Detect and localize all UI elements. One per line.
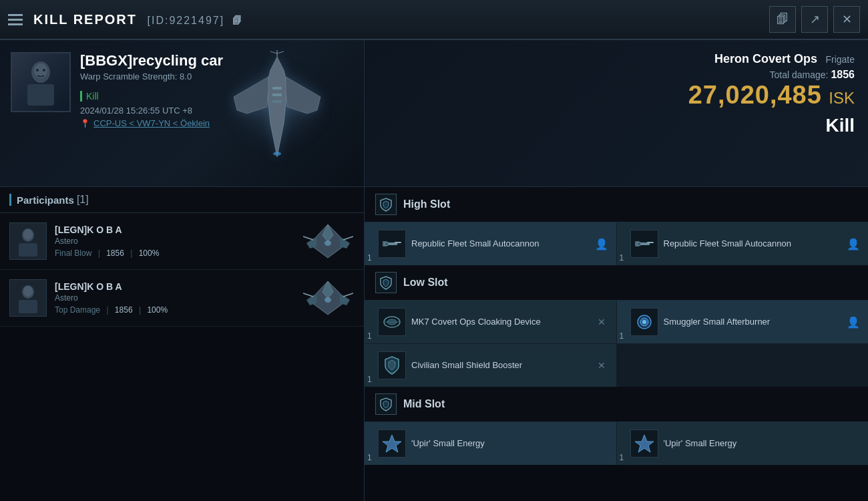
slot-item[interactable]: 1 Smuggler Small Afterburner 👤 xyxy=(617,301,869,343)
header: KILL REPORT [ID:9221497] 🗐 🗐 ↗ ✕ xyxy=(0,0,868,40)
low-slot-items: 1 MK7 Covert Ops Cloaking Device ✕ xyxy=(365,301,868,387)
ship-render xyxy=(214,50,341,164)
slot-item[interactable]: 1 Republic Fleet Small Autocannon 👤 xyxy=(617,222,869,265)
total-damage-label: Total damage: xyxy=(770,69,829,80)
slot-item-name: Civilian Small Shield Booster xyxy=(411,360,590,371)
svg-rect-14 xyxy=(19,243,37,257)
high-slot-header: High Slot xyxy=(365,187,868,222)
slot-item-person-icon[interactable]: 👤 xyxy=(595,237,608,251)
ship-stats-header: Heron Covert Ops Frigate Total damage: 1… xyxy=(365,40,868,187)
svg-point-38 xyxy=(642,320,646,324)
svg-line-23 xyxy=(343,293,353,297)
slot-item-icon xyxy=(378,308,406,336)
participant-ship: Astero xyxy=(55,236,293,246)
list-item[interactable]: [LEGN]K O B A Astero Top Damage | 1856 |… xyxy=(0,270,364,327)
afterburner-icon xyxy=(634,311,655,333)
astero-ship-2 xyxy=(303,280,353,317)
slot-item-close-icon[interactable]: ✕ xyxy=(595,315,608,329)
title-text: KILL REPORT xyxy=(33,12,137,27)
astero-ship-1 xyxy=(303,223,353,260)
ship-class: Frigate xyxy=(825,54,855,65)
shield-icon xyxy=(379,197,393,212)
svg-rect-27 xyxy=(395,242,401,243)
svg-line-11 xyxy=(270,51,277,53)
victim-hero: [BBGX]recycling car Warp Scramble Streng… xyxy=(0,40,364,187)
copy-button[interactable]: 🗐 xyxy=(769,6,796,33)
slot-item[interactable]: 1 MK7 Covert Ops Cloaking Device ✕ xyxy=(365,301,616,343)
svg-point-22 xyxy=(324,297,331,303)
slot-item[interactable]: 1 'Upir' Small Energy xyxy=(365,422,616,465)
svg-point-15 xyxy=(23,229,33,240)
slot-item-person-icon[interactable]: 👤 xyxy=(847,315,860,329)
slot-item-name: 'Upir' Small Energy xyxy=(411,438,608,450)
participant-damage: 1856 xyxy=(106,248,124,258)
export-button[interactable]: ↗ xyxy=(801,6,828,33)
mid-slot-title: Mid Slot xyxy=(403,398,445,410)
slot-item[interactable]: 1 Republic Fleet Small Autocannon 👤 xyxy=(365,222,616,265)
avatar-image xyxy=(21,59,61,106)
total-damage-row: Total damage: 1856 xyxy=(688,69,855,81)
energy-icon xyxy=(381,433,403,454)
svg-point-2 xyxy=(34,63,47,78)
shield-booster-icon xyxy=(381,355,403,376)
kill-indicator xyxy=(80,91,82,102)
participant-avatar-image-2 xyxy=(15,283,41,313)
slot-item-icon xyxy=(630,430,658,458)
page-title: KILL REPORT [ID:9221497] 🗐 xyxy=(33,12,243,27)
slot-item-icon xyxy=(378,351,406,379)
isk-value: 27,020,485 xyxy=(688,81,822,109)
mid-slot-icon xyxy=(375,393,397,415)
slot-qty: 1 xyxy=(620,331,624,341)
slot-item-person-icon[interactable]: 👤 xyxy=(847,237,860,251)
svg-point-32 xyxy=(637,242,641,246)
ship-stats: Heron Covert Ops Frigate Total damage: 1… xyxy=(688,52,855,136)
participant-avatar-image xyxy=(15,226,41,257)
slot-item[interactable]: 1 Civilian Small Shield Booster ✕ xyxy=(365,344,616,387)
slot-item[interactable]: 1 'Upir' Small Energy xyxy=(617,422,869,465)
copy-icon: 🗐 xyxy=(777,13,789,27)
participant-name: [LEGN]K O B A xyxy=(55,224,293,235)
svg-rect-7 xyxy=(272,87,282,90)
autocannon-icon xyxy=(381,233,403,255)
svg-point-16 xyxy=(324,240,331,246)
close-button[interactable]: ✕ xyxy=(833,6,860,33)
svg-point-3 xyxy=(36,69,39,71)
svg-line-12 xyxy=(277,51,284,53)
kill-label: Kill xyxy=(86,91,99,102)
menu-icon[interactable] xyxy=(8,14,23,25)
energy-icon-2 xyxy=(634,433,655,454)
victim-avatar xyxy=(11,52,71,112)
section-bar xyxy=(9,194,11,206)
participants-list: [LEGN]K O B A Astero Final Blow | 1856 |… xyxy=(0,213,364,501)
export-icon: ↗ xyxy=(810,12,820,27)
slot-qty: 1 xyxy=(367,375,372,384)
mid-slot-items: 1 'Upir' Small Energy 1 xyxy=(365,422,868,465)
high-slot-icon xyxy=(375,194,397,215)
participant-avatar xyxy=(9,222,47,260)
slot-item-name: Smuggler Small Afterburner xyxy=(664,317,842,328)
header-actions: 🗐 ↗ ✕ xyxy=(769,6,860,33)
slot-item-name: Republic Fleet Small Autocannon xyxy=(664,238,842,250)
svg-rect-9 xyxy=(272,100,282,103)
slots-panel: High Slot 1 xyxy=(365,187,868,501)
svg-point-6 xyxy=(273,152,281,156)
slot-item-icon xyxy=(378,230,406,258)
location-link[interactable]: CCP-US < VW7-YN < Öeklein xyxy=(93,118,210,128)
copy-small-icon: 🗐 xyxy=(232,15,243,26)
slot-item-close-icon[interactable]: ✕ xyxy=(595,359,608,372)
ship-image-area xyxy=(210,47,344,167)
svg-point-28 xyxy=(385,242,389,246)
main-layout: [BBGX]recycling car Warp Scramble Streng… xyxy=(0,40,868,501)
ship-type: Heron Covert Ops xyxy=(714,52,817,65)
list-item[interactable]: [LEGN]K O B A Astero Final Blow | 1856 |… xyxy=(0,213,364,270)
svg-line-17 xyxy=(343,236,353,240)
kill-result: Kill xyxy=(688,115,855,136)
svg-line-24 xyxy=(303,293,313,297)
participant-badge: Top Damage xyxy=(55,305,100,315)
participant-info: [LEGN]K O B A Astero Top Damage | 1856 |… xyxy=(55,281,293,315)
autocannon-icon-2 xyxy=(634,233,655,255)
low-slot-section: Low Slot 1 MK7 Covert Ops Clo xyxy=(365,265,868,387)
participant-badge: Final Blow xyxy=(55,248,91,258)
mid-slot-header: Mid Slot xyxy=(365,387,868,422)
total-damage-value: 1856 xyxy=(831,69,855,80)
